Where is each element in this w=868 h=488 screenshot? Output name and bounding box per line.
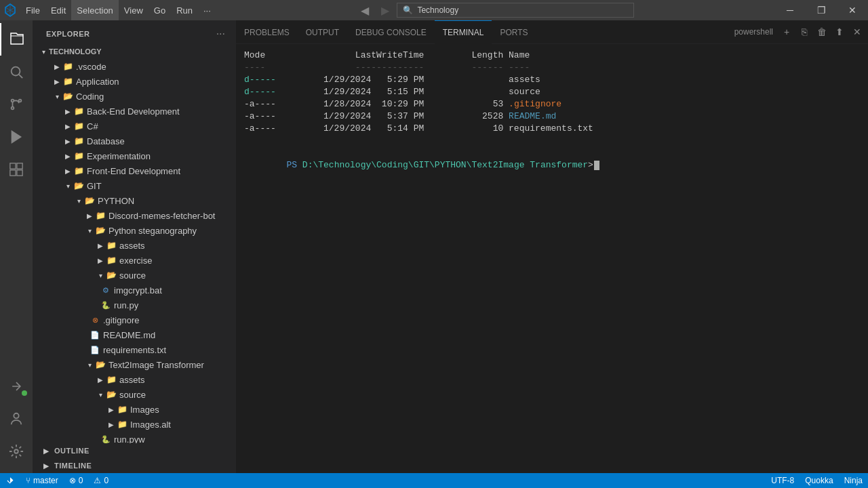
tree-item[interactable]: ⊗ .gitignore (33, 312, 236, 327)
arrow-icon: ▾ (95, 270, 106, 281)
title-bar-left: File Edit Selection View Go Run ··· (0, 0, 216, 20)
menu-selection[interactable]: Selection (71, 0, 118, 20)
svg-point-11 (14, 449, 18, 453)
warning-icon: ⚠ (94, 476, 101, 485)
search-activity-icon[interactable] (0, 56, 33, 88)
close-button[interactable]: ✕ (837, 0, 868, 20)
tree-item[interactable]: 🐍 run.pyw (33, 432, 236, 443)
folder-img-icon: 📁 (117, 404, 127, 415)
tab-terminal[interactable]: TERMINAL (435, 20, 492, 44)
arrow-icon: ▶ (95, 240, 106, 251)
tree-item[interactable]: ▶ 📁 Images.alt (33, 417, 236, 432)
maximize-button[interactable]: ❐ (806, 0, 837, 20)
menu-file[interactable]: File (20, 0, 45, 20)
txt-icon: 📄 (90, 344, 100, 355)
item-label: Coding (76, 92, 104, 102)
item-label: C# (87, 121, 98, 131)
menu-run[interactable]: Run (171, 0, 198, 20)
tree-item[interactable]: ▶ 📁 exercise (33, 253, 236, 268)
search-bar[interactable]: 🔍 Technology (397, 3, 634, 18)
terminal-prompt-symbol: > (588, 160, 593, 170)
tree-item[interactable]: ▾ 📂 source (33, 387, 236, 402)
tree-item[interactable]: ▾ 📂 source (33, 268, 236, 283)
status-errors[interactable]: ⊗ 0 (64, 473, 89, 488)
tree-item[interactable]: ▶ 📁 .vscode (33, 59, 236, 74)
menu-go[interactable]: Go (149, 0, 171, 20)
terminal-path: D:\Technology\Coding\GIT\PYTHON\Text2Ima… (302, 160, 588, 170)
folder-icon: 📁 (73, 106, 84, 117)
status-eol[interactable]: Quokka (800, 473, 838, 488)
tab-problems[interactable]: PROBLEMS (236, 20, 298, 44)
tab-output[interactable]: OUTPUT (298, 20, 347, 44)
tree-item[interactable]: ▾ 📂 Coding (33, 89, 236, 104)
arrow-icon: ▾ (73, 195, 84, 206)
menu-view[interactable]: View (119, 0, 149, 20)
svg-marker-5 (12, 131, 21, 143)
terminal-trash-button[interactable]: 🗑 (814, 24, 830, 40)
item-label: imgcrypt.bat (114, 285, 162, 296)
remote-activity-icon[interactable] (0, 370, 33, 403)
terminal-cursor (594, 161, 599, 170)
encoding-label: UTF-8 (771, 476, 794, 485)
arrow-icon: ▶ (62, 150, 73, 161)
tree-item[interactable]: ▶ 📁 Discord-memes-fetcher-bot (33, 208, 236, 223)
tree-item[interactable]: 📄 requirements.txt (33, 342, 236, 357)
tree-item[interactable]: ▶ 📁 C# (33, 119, 236, 134)
folder-icon: 📁 (73, 136, 84, 146)
tree-item[interactable]: 🐍 run.py (33, 298, 236, 312)
status-warnings[interactable]: ⚠ 0 (88, 473, 114, 488)
tree-item[interactable]: ▶ 📁 Back-End Development (33, 104, 236, 119)
tree-item[interactable]: 📄 README.md (33, 327, 236, 342)
settings-activity-icon[interactable] (0, 435, 33, 468)
search-icon: 🔍 (403, 5, 413, 15)
terminal-split-button[interactable]: ⎘ (796, 24, 812, 40)
menu-more[interactable]: ··· (198, 0, 216, 20)
tree-item[interactable]: ▾ 📂 PYTHON (33, 193, 236, 208)
svg-rect-7 (17, 163, 22, 169)
tab-ports[interactable]: PORTS (492, 20, 536, 44)
tree-item[interactable]: ▶ 📁 Front-End Development (33, 163, 236, 178)
timeline-section[interactable]: ▶ TIMELINE (33, 458, 236, 473)
tab-debug-console[interactable]: DEBUG CONSOLE (347, 20, 435, 44)
minimize-button[interactable]: ─ (774, 0, 806, 20)
panel-tabs: PROBLEMS OUTPUT DEBUG CONSOLE TERMINAL P… (236, 20, 868, 44)
tree-item[interactable]: ▶ 📁 assets (33, 238, 236, 253)
terminal-maximize-button[interactable]: ⬆ (831, 24, 848, 40)
tree-item[interactable]: ▶ 📁 assets (33, 372, 236, 387)
outline-section[interactable]: ▶ OUTLINE (33, 443, 236, 458)
folder-icon: 📁 (106, 255, 117, 266)
arrow-icon: ▾ (84, 359, 95, 370)
terminal-add-button[interactable]: + (778, 24, 795, 40)
sidebar-more-action[interactable]: ··· (214, 26, 228, 41)
tree-item[interactable]: ⚙ imgcrypt.bat (33, 283, 236, 298)
folder-icon: 📁 (62, 76, 73, 87)
item-label: run.py (114, 300, 138, 310)
nav-back-button[interactable]: ◀ (356, 1, 374, 19)
tree-item[interactable]: ▶ 📁 Images (33, 402, 236, 417)
tree-item[interactable]: ▶ 📁 Experimentation (33, 148, 236, 163)
status-encoding[interactable]: UTF-8 (766, 473, 800, 488)
tree-item[interactable]: ▶ 📁 Application (33, 74, 236, 89)
tree-item[interactable]: ▶ 📁 Database (33, 134, 236, 148)
panel-close-button[interactable]: ✕ (849, 24, 865, 40)
status-remote[interactable] (0, 473, 20, 488)
nav-fwd-button[interactable]: ▶ (376, 1, 394, 19)
status-language[interactable]: Ninja (839, 473, 868, 488)
tree-root[interactable]: ▾ TECHNOLOGY (33, 44, 236, 59)
account-activity-icon[interactable] (0, 403, 33, 435)
folder-icon: 📁 (73, 165, 84, 176)
menu-edit[interactable]: Edit (45, 0, 71, 20)
extensions-activity-icon[interactable] (0, 153, 33, 186)
explorer-icon[interactable] (0, 23, 33, 56)
run-debug-activity-icon[interactable] (0, 121, 33, 153)
tree-item[interactable]: ▾ 📂 GIT (33, 178, 236, 193)
arrow-icon: ▶ (52, 76, 62, 87)
terminal-content[interactable]: Mode LastWriteTime Length Name ---- ----… (236, 44, 868, 473)
item-label: PYTHON (98, 196, 134, 206)
status-git-branch[interactable]: ⑂ master (20, 473, 64, 488)
svg-point-0 (12, 67, 20, 76)
tree-item[interactable]: ▾ 📂 Text2Image Transformer (33, 357, 236, 372)
source-control-activity-icon[interactable] (0, 88, 33, 121)
folder-icon: 📁 (73, 121, 84, 131)
tree-item[interactable]: ▾ 📂 Python steganography (33, 223, 236, 238)
